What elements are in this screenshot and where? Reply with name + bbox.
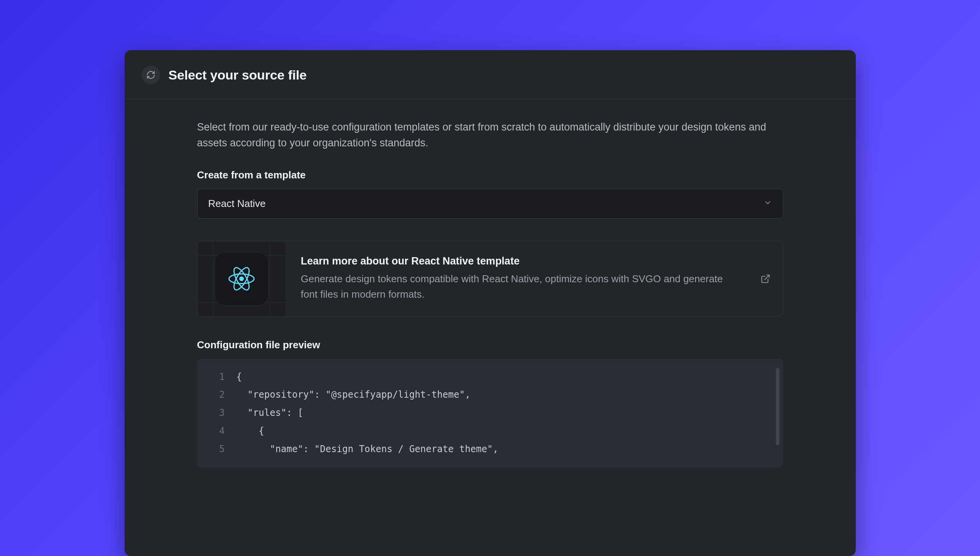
modal-title: Select your source file: [169, 68, 307, 83]
code-line: 2 "repository": "@specifyapp/light-theme…: [209, 386, 772, 404]
template-section-label: Create from a template: [197, 169, 783, 181]
code-line: 1{: [209, 368, 772, 386]
svg-point-0: [239, 276, 243, 281]
code-line: 5 "name": "Design Tokens / Generate them…: [209, 440, 772, 458]
scrollbar[interactable]: [776, 368, 779, 445]
template-select-value: React Native: [208, 198, 266, 210]
template-info-card[interactable]: Learn more about our React Native templa…: [197, 241, 783, 317]
svg-line-4: [764, 275, 769, 280]
template-icon-slot: [198, 241, 286, 316]
code-preview[interactable]: 1{2 "repository": "@specifyapp/light-the…: [197, 359, 783, 468]
template-select[interactable]: React Native: [197, 189, 783, 219]
line-number: 3: [209, 404, 225, 422]
line-number: 1: [209, 368, 225, 386]
chevron-down-icon: [764, 198, 772, 210]
intro-text: Select from our ready-to-use configurati…: [197, 119, 783, 151]
sync-icon: [142, 66, 160, 84]
external-link-icon[interactable]: [748, 241, 783, 316]
code-content: {: [237, 422, 264, 440]
template-info-title: Learn more about our React Native templa…: [301, 255, 733, 267]
preview-section-label: Configuration file preview: [197, 339, 783, 351]
code-line: 4 {: [209, 422, 772, 440]
code-content: "name": "Design Tokens / Generate theme"…: [237, 440, 498, 458]
template-info-text: Learn more about our React Native templa…: [286, 241, 748, 316]
template-select-wrap: React Native: [197, 189, 783, 219]
code-content: {: [237, 368, 242, 386]
code-content: "rules": [: [237, 404, 303, 422]
modal-header: Select your source file: [125, 50, 856, 99]
line-number: 2: [209, 386, 225, 404]
line-number: 4: [209, 422, 225, 440]
modal-body: Select from our ready-to-use configurati…: [125, 99, 856, 468]
line-number: 5: [209, 440, 225, 458]
code-line: 3 "rules": [: [209, 404, 772, 422]
template-info-description: Generate design tokens compatible with R…: [301, 271, 733, 302]
source-file-modal: Select your source file Select from our …: [125, 50, 856, 556]
code-content: "repository": "@specifyapp/light-theme",: [237, 386, 471, 404]
react-icon: [215, 252, 269, 306]
